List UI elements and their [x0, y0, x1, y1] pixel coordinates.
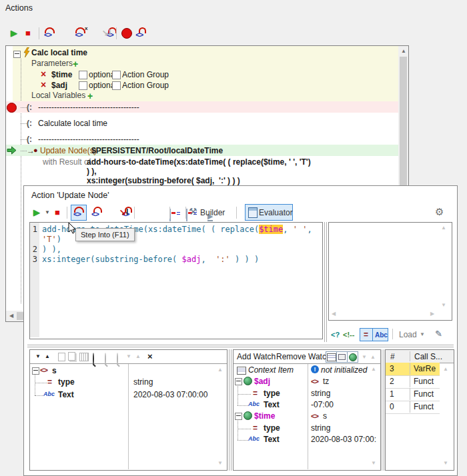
callstack-row[interactable]: 1 Funct — [386, 388, 440, 401]
watch-name[interactable]: $adj — [254, 377, 270, 386]
comment-row[interactable]: (: Calculate local time — [6, 117, 398, 129]
update-node-target[interactable]: $PERSISTENT/Root/localDateTime — [91, 146, 223, 155]
edit-form-icon[interactable]: ✎ — [435, 329, 442, 339]
splitter[interactable] — [27, 347, 454, 347]
optional-checkbox[interactable] — [79, 81, 87, 90]
update-node-label: Update Node(s) — [40, 146, 97, 155]
clear-icon[interactable]: × — [147, 353, 153, 360]
text-node-label[interactable]: Text — [264, 435, 280, 444]
column-divider[interactable] — [410, 351, 410, 361]
splitter[interactable] — [384, 349, 384, 471]
value-mode-button[interactable]: = — [360, 328, 373, 341]
search-icon[interactable] — [93, 353, 94, 365]
splitter[interactable] — [382, 349, 382, 471]
run-to-cursor-icon[interactable]: ↘I — [119, 207, 128, 217]
globe-view-button[interactable] — [347, 351, 358, 363]
scroll-up-icon[interactable]: ▲ — [401, 49, 406, 54]
step-into-new-icon[interactable]: <>x — [73, 27, 86, 39]
header-num[interactable]: # — [390, 352, 395, 361]
step-into-button[interactable]: <> — [71, 205, 87, 221]
splitter[interactable] — [326, 222, 327, 342]
step-out-icon[interactable]: <> — [134, 27, 147, 39]
collapse-toggle[interactable] — [235, 378, 242, 385]
expression-line[interactable]: ) ), — [87, 167, 97, 176]
remove-watch-button[interactable]: Remove Watch — [276, 352, 331, 361]
expression-line[interactable]: xs:integer(substring-before( $adj, ':' )… — [87, 176, 240, 185]
grid-view-button[interactable] — [326, 351, 337, 363]
attr-name[interactable]: type — [58, 377, 75, 387]
watch-name[interactable]: Context Item — [248, 365, 294, 375]
tag-view-button[interactable] — [336, 351, 348, 363]
step-into-icon[interactable]: <> — [43, 27, 55, 39]
var-name[interactable]: s — [52, 366, 57, 375]
gear-icon[interactable]: ⚙ — [435, 206, 444, 218]
copy-icon — [58, 353, 65, 361]
evaluator-button[interactable]: Evaluator — [245, 204, 293, 221]
run-dropdown-icon[interactable]: ▼ — [45, 210, 50, 215]
column-divider[interactable] — [128, 364, 129, 469]
xpath-code-editor[interactable]: 1 2 3 add-hours-to-dateTime(xs:dateTime(… — [29, 222, 323, 339]
watch-name[interactable]: $time — [254, 411, 275, 421]
text-mode-button[interactable]: Abc — [372, 328, 388, 341]
attr-name[interactable]: type — [264, 423, 280, 433]
header-callstack[interactable]: Call S... — [414, 352, 442, 361]
tree-stub — [238, 405, 248, 406]
run-icon[interactable]: ▶ — [33, 208, 40, 217]
scroll-left-icon[interactable]: ◀ — [9, 313, 13, 319]
toggle-breakpoint-icon[interactable] — [121, 28, 132, 39]
delete-param-icon[interactable]: × — [41, 70, 46, 78]
collapse-toggle[interactable] — [32, 367, 39, 375]
run-icon[interactable]: ▶ — [11, 29, 17, 37]
optional-checkbox[interactable] — [79, 71, 87, 79]
element-icon: <> — [311, 412, 318, 420]
column-divider[interactable] — [308, 364, 308, 469]
toolbar-separator — [392, 329, 393, 339]
expression-line[interactable]: add-hours-to-dateTime(xs:dateTime( ( rep… — [87, 157, 311, 167]
splitter[interactable] — [27, 345, 454, 345]
update-node-row[interactable]: → ● Update Node(s) $PERSISTENT/Root/loca… — [6, 145, 398, 156]
splitter[interactable] — [324, 222, 325, 342]
comment-dashes: -------------------------------------- — [38, 103, 139, 112]
collapse-toggle[interactable] — [13, 51, 21, 58]
cell-divider — [410, 388, 410, 400]
xml-comment-icon[interactable]: <!-- — [343, 331, 354, 339]
callstack-row[interactable]: 0 Funct — [386, 401, 440, 414]
add-watch-button[interactable]: Add Watch — [237, 352, 276, 361]
collapse-toggle[interactable] — [235, 413, 242, 420]
scroll-up-icon: ▲ — [217, 367, 223, 373]
builder-tools-icon[interactable]: ⚒ — [189, 206, 197, 217]
splitter[interactable] — [229, 349, 229, 471]
tree-line — [21, 59, 21, 303]
add-parameter-icon[interactable]: + — [73, 60, 78, 68]
comment-row[interactable]: (: -------------------------------------… — [6, 133, 398, 145]
action-group-title[interactable]: Calc local time — [31, 48, 87, 57]
step-over-icon[interactable]: <> — [90, 207, 103, 218]
attr-name[interactable]: type — [264, 389, 280, 398]
evaluator-label: Evaluator — [259, 208, 293, 217]
splitter[interactable] — [231, 349, 231, 471]
delete-param-icon[interactable]: × — [41, 81, 46, 89]
sort-down-icon[interactable]: ▼ — [35, 354, 41, 359]
comment-row-breakpoint[interactable]: (: -------------------------------------… — [6, 101, 398, 113]
builder-button[interactable]: Builder — [200, 208, 225, 217]
remove-breakpoints-icon[interactable] — [186, 209, 187, 221]
equals-icon: = — [253, 425, 258, 431]
callstack-row-selected[interactable]: 3 VarRe — [386, 363, 440, 376]
add-local-variable-icon[interactable]: + — [87, 92, 93, 100]
load-dropdown-icon[interactable]: ▼ — [420, 332, 425, 337]
xml-pi-icon[interactable]: <? — [331, 331, 340, 339]
breakpoint-icon[interactable] — [7, 103, 17, 113]
tree-line — [35, 374, 35, 395]
action-group-checkbox[interactable] — [112, 71, 121, 79]
sort-up-icon[interactable]: ▲ — [45, 354, 50, 359]
stop-icon[interactable]: ■ — [25, 29, 31, 37]
action-group-checkbox[interactable] — [112, 81, 121, 90]
text-node-label[interactable]: Text — [58, 390, 74, 399]
move-down-icon: ▼ — [126, 354, 131, 359]
load-button[interactable]: Load — [399, 330, 417, 339]
text-node-label[interactable]: Text — [264, 400, 280, 409]
callstack-row[interactable]: 2 Funct — [386, 375, 440, 389]
stop-icon[interactable]: ■ — [55, 208, 60, 217]
results-panel[interactable]: ▲ ▼ ◀ ▶ — [328, 222, 452, 321]
equals-icon: = — [47, 379, 52, 385]
